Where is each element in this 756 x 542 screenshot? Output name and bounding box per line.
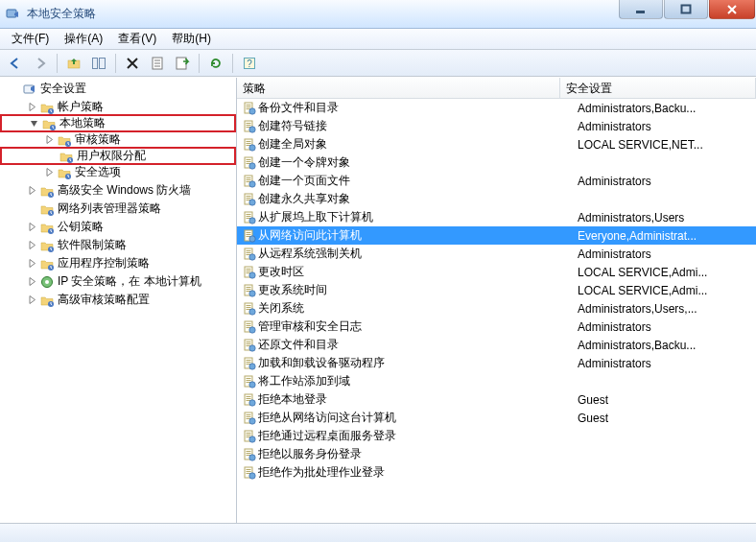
tree-item[interactable]: 安全选项 bbox=[0, 163, 236, 181]
toolbar-separator bbox=[57, 54, 58, 73]
menu-view[interactable]: 查看(V) bbox=[110, 29, 164, 49]
list-row[interactable]: 从扩展坞上取下计算机Administrators,Users bbox=[237, 208, 756, 226]
column-header-policy[interactable]: 策略 bbox=[237, 78, 560, 99]
security-setting: Everyone,Administrat... bbox=[578, 229, 756, 243]
svg-rect-123 bbox=[247, 451, 251, 452]
svg-point-91 bbox=[249, 326, 255, 332]
tree-item-label: 安全选项 bbox=[75, 164, 121, 180]
list-row[interactable]: 创建永久共享对象 bbox=[237, 190, 756, 208]
tree-item[interactable]: 公钥策略 bbox=[0, 218, 236, 236]
tree-item[interactable]: 高级审核策略配置 bbox=[0, 291, 236, 309]
svg-point-116 bbox=[249, 417, 255, 423]
svg-rect-44 bbox=[247, 161, 251, 162]
list-row[interactable]: 拒绝本地登录Guest bbox=[237, 390, 756, 409]
policy-item-icon bbox=[241, 119, 258, 134]
expand-toggle-icon[interactable] bbox=[27, 240, 38, 251]
policy-name: 管理审核和安全日志 bbox=[258, 318, 578, 335]
back-button[interactable] bbox=[4, 53, 27, 74]
list-row[interactable]: 管理审核和安全日志Administrators bbox=[237, 318, 756, 336]
svg-rect-2 bbox=[682, 5, 691, 12]
policy-name: 更改系统时间 bbox=[258, 282, 578, 298]
properties-button[interactable] bbox=[146, 53, 169, 74]
list-row[interactable]: 更改时区LOCAL SERVICE,Admi... bbox=[237, 263, 756, 281]
expand-toggle-icon[interactable] bbox=[27, 222, 38, 233]
expand-toggle-icon[interactable] bbox=[27, 102, 38, 113]
policy-item-icon bbox=[241, 155, 258, 171]
menu-file[interactable]: 文件(F) bbox=[4, 29, 57, 49]
list-row[interactable]: 拒绝从网络访问这台计算机Guest bbox=[237, 409, 756, 427]
help-button[interactable]: ? bbox=[238, 53, 261, 74]
menu-action[interactable]: 操作(A) bbox=[57, 29, 110, 49]
svg-point-36 bbox=[249, 126, 255, 131]
policy-item-icon bbox=[241, 411, 258, 426]
export-button[interactable] bbox=[171, 53, 194, 74]
svg-point-126 bbox=[249, 454, 255, 460]
list-pane[interactable]: 策略 安全设置 备份文件和目录Administrators,Backu...创建… bbox=[237, 78, 756, 523]
refresh-button[interactable] bbox=[204, 53, 227, 74]
list-row[interactable]: 更改系统时间LOCAL SERVICE,Admi... bbox=[237, 281, 756, 299]
svg-rect-10 bbox=[177, 58, 186, 69]
security-setting: Administrators bbox=[578, 120, 756, 133]
tree-item[interactable]: 软件限制策略 bbox=[0, 236, 236, 254]
expand-toggle-icon[interactable] bbox=[29, 118, 40, 130]
expand-toggle-icon[interactable] bbox=[27, 185, 38, 197]
svg-rect-4 bbox=[93, 58, 98, 68]
minimize-button[interactable] bbox=[619, 0, 663, 19]
expand-toggle-icon[interactable] bbox=[44, 134, 56, 146]
back-arrow-icon bbox=[8, 56, 23, 71]
tree-item-label: 安全设置 bbox=[40, 81, 86, 97]
show-hide-tree-button[interactable] bbox=[87, 53, 110, 74]
folder-icon bbox=[57, 132, 72, 148]
tree-pane[interactable]: 安全设置帐户策略本地策略审核策略用户权限分配安全选项高级安全 Windows 防… bbox=[0, 78, 237, 523]
list-row[interactable]: 从远程系统强制关机Administrators bbox=[237, 245, 756, 263]
list-row[interactable]: 创建符号链接Administrators bbox=[237, 117, 756, 135]
tree-item[interactable]: 用户权限分配 bbox=[0, 147, 236, 165]
tree-item[interactable]: 高级安全 Windows 防火墙 bbox=[0, 181, 236, 200]
policy-item-icon bbox=[241, 283, 258, 298]
policy-item-icon bbox=[241, 174, 258, 189]
expand-toggle-icon[interactable] bbox=[44, 167, 56, 178]
list-row[interactable]: 创建一个令牌对象 bbox=[237, 153, 756, 172]
delete-button[interactable] bbox=[121, 53, 144, 74]
policy-name: 拒绝从网络访问这台计算机 bbox=[258, 410, 578, 426]
svg-point-66 bbox=[249, 235, 255, 241]
list-row[interactable]: 还原文件和目录Administrators,Backu... bbox=[237, 336, 756, 354]
list-row[interactable]: 加载和卸载设备驱动程序Administrators bbox=[237, 354, 756, 372]
svg-rect-99 bbox=[247, 362, 251, 363]
list-header: 策略 安全设置 bbox=[237, 78, 756, 99]
up-level-button[interactable] bbox=[62, 53, 85, 74]
list-row[interactable]: 拒绝作为批处理作业登录 bbox=[237, 463, 756, 482]
tree-item-label: 高级安全 Windows 防火墙 bbox=[58, 182, 191, 199]
list-row[interactable]: 关闭系统Administrators,Users,... bbox=[237, 299, 756, 318]
tree-item[interactable]: 安全设置 bbox=[0, 80, 236, 98]
svg-rect-89 bbox=[247, 325, 251, 326]
statusbar bbox=[0, 523, 756, 542]
tree-item[interactable]: 本地策略 bbox=[0, 114, 236, 132]
svg-rect-68 bbox=[247, 250, 251, 251]
policy-item-icon bbox=[241, 356, 258, 371]
tree-item-label: 本地策略 bbox=[59, 115, 106, 131]
policy-name: 拒绝通过远程桌面服务登录 bbox=[258, 428, 578, 444]
expand-toggle-icon[interactable] bbox=[27, 258, 38, 270]
list-row[interactable]: 创建全局对象LOCAL SERVICE,NET... bbox=[237, 135, 756, 153]
policy-item-icon bbox=[241, 374, 258, 389]
security-setting: LOCAL SERVICE,Admi... bbox=[578, 284, 756, 297]
list-row[interactable]: 将工作站添加到域 bbox=[237, 372, 756, 390]
expand-toggle-icon[interactable] bbox=[27, 276, 38, 288]
svg-rect-128 bbox=[247, 469, 251, 470]
tree-item[interactable]: 网络列表管理器策略 bbox=[0, 200, 236, 218]
menu-help[interactable]: 帮助(H) bbox=[164, 29, 219, 49]
tree-item[interactable]: IP 安全策略，在 本地计算机 bbox=[0, 272, 236, 291]
close-button[interactable] bbox=[709, 0, 755, 19]
list-row[interactable]: 从网络访问此计算机Everyone,Administrat... bbox=[237, 226, 756, 245]
list-row[interactable]: 备份文件和目录Administrators,Backu... bbox=[237, 99, 756, 117]
list-row[interactable]: 创建一个页面文件Administrators bbox=[237, 172, 756, 190]
forward-button[interactable] bbox=[29, 53, 52, 74]
maximize-button[interactable] bbox=[664, 0, 708, 19]
list-row[interactable]: 拒绝以服务身份登录 bbox=[237, 445, 756, 463]
svg-rect-69 bbox=[247, 252, 251, 253]
tree-item[interactable]: 应用程序控制策略 bbox=[0, 254, 236, 272]
expand-toggle-icon[interactable] bbox=[27, 295, 38, 306]
list-row[interactable]: 拒绝通过远程桌面服务登录 bbox=[237, 427, 756, 445]
column-header-setting[interactable]: 安全设置 bbox=[560, 78, 756, 99]
